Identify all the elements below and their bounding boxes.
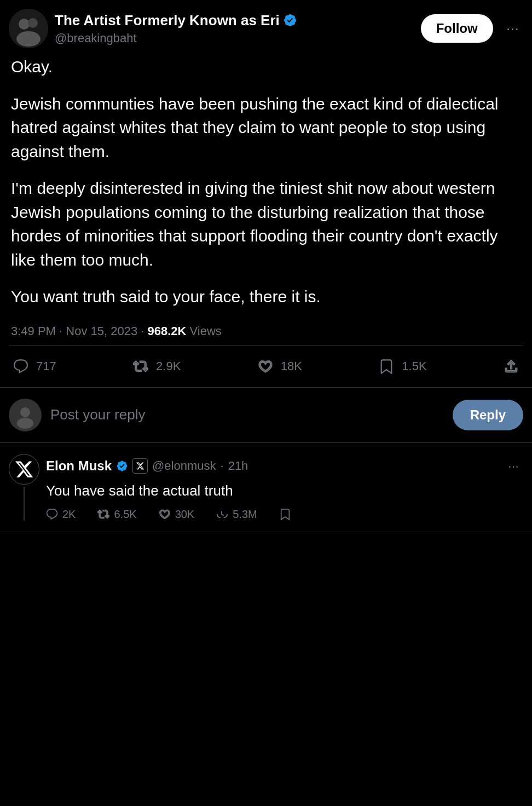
engagement-row: 717 2.9K 18K xyxy=(9,346,523,387)
reply-views[interactable]: 5.3M xyxy=(216,508,257,521)
share-button[interactable] xyxy=(501,356,521,376)
reply-user-info: Elon Musk @elonmusk · 21h xyxy=(46,458,497,474)
retweets-count-value: 2.9K xyxy=(156,359,181,373)
svg-point-1 xyxy=(19,19,30,30)
follow-button[interactable]: Follow xyxy=(421,14,493,43)
tweet-paragraph-2: Jewish communties have been pushing the … xyxy=(11,92,521,164)
reply-more-button[interactable]: ··· xyxy=(504,454,523,478)
comments-count[interactable]: 717 xyxy=(11,356,56,376)
reply-likes-value: 30K xyxy=(175,508,195,521)
comment-icon xyxy=(11,356,31,376)
display-name-row: The Artist Formerly Known as Eri xyxy=(55,12,414,29)
reply-time-ago: 21h xyxy=(228,459,248,473)
display-name[interactable]: The Artist Formerly Known as Eri xyxy=(55,12,280,29)
views-count: 968.2K xyxy=(147,324,186,338)
timestamp: 3:49 PM · Nov 15, 2023 · xyxy=(11,324,147,338)
svg-point-5 xyxy=(20,407,30,417)
reply-tweet: Elon Musk @elonmusk · 21h ··· xyxy=(0,443,532,532)
reply-comments[interactable]: 2K xyxy=(46,508,76,521)
reply-display-name[interactable]: Elon Musk xyxy=(46,458,112,474)
tweet-header: The Artist Formerly Known as Eri @breaki… xyxy=(9,9,523,48)
likes-count-value: 18K xyxy=(281,359,302,373)
svg-point-2 xyxy=(28,18,38,28)
more-options-button[interactable]: ··· xyxy=(502,15,523,42)
reply-username: @elonmusk xyxy=(152,459,216,473)
tweet-paragraph-3: I'm deeply disinterested in giving the t… xyxy=(11,176,521,272)
likes-count[interactable]: 18K xyxy=(256,356,302,376)
tweet-meta: 3:49 PM · Nov 15, 2023 · 968.2K Views xyxy=(9,318,523,345)
reply-retweets-value: 6.5K xyxy=(114,508,136,521)
reply-time: · xyxy=(221,459,224,473)
bookmarks-count[interactable]: 1.5K xyxy=(377,356,426,376)
reply-verified-icon xyxy=(116,460,128,472)
reply-tweet-body: Elon Musk @elonmusk · 21h ··· xyxy=(9,454,523,521)
verified-badge-icon xyxy=(283,13,297,27)
tweet-text: Okay. Jewish communties have been pushin… xyxy=(11,55,521,309)
reply-x-badge xyxy=(132,458,148,474)
reply-submit-button[interactable]: Reply xyxy=(453,400,523,430)
reply-placeholder[interactable]: Post your reply xyxy=(50,406,444,423)
svg-point-6 xyxy=(17,418,33,429)
reply-comments-value: 2K xyxy=(62,508,76,521)
retweet-icon xyxy=(131,356,151,376)
views-label: Views xyxy=(186,324,221,338)
header-actions: Follow ··· xyxy=(421,14,523,43)
tweet-paragraph-1: Okay. xyxy=(11,55,521,79)
main-tweet: The Artist Formerly Known as Eri @breaki… xyxy=(0,0,532,387)
author-info: The Artist Formerly Known as Eri @breaki… xyxy=(55,12,414,45)
retweets-count[interactable]: 2.9K xyxy=(131,356,181,376)
reply-engagement: 2K 6.5K 30K xyxy=(46,508,523,521)
thread-line xyxy=(24,487,25,521)
tweet-body: Okay. Jewish communties have been pushin… xyxy=(9,55,523,309)
bookmark-icon xyxy=(377,356,396,376)
author-avatar[interactable] xyxy=(9,9,48,48)
like-icon xyxy=(256,356,275,376)
reply-likes[interactable]: 30K xyxy=(159,508,195,521)
reply-right-col: Elon Musk @elonmusk · 21h ··· xyxy=(46,454,523,521)
username[interactable]: @breakingbaht xyxy=(55,31,414,45)
reply-tweet-header: Elon Musk @elonmusk · 21h ··· xyxy=(46,454,523,478)
share-icon xyxy=(501,356,521,376)
reply-bookmark[interactable] xyxy=(279,508,291,520)
reply-author-avatar[interactable] xyxy=(9,454,39,485)
reply-text: You have said the actual truth xyxy=(46,482,523,499)
reply-avatar xyxy=(9,399,42,431)
reply-views-value: 5.3M xyxy=(233,508,257,521)
reply-area: Post your reply Reply xyxy=(0,387,532,443)
reply-retweets[interactable]: 6.5K xyxy=(97,508,136,521)
reply-left-col xyxy=(9,454,39,521)
bookmarks-count-value: 1.5K xyxy=(402,359,426,373)
svg-point-3 xyxy=(16,31,41,47)
tweet-paragraph-4: You want truth said to your face, there … xyxy=(11,285,521,309)
comments-count-value: 717 xyxy=(36,359,56,373)
